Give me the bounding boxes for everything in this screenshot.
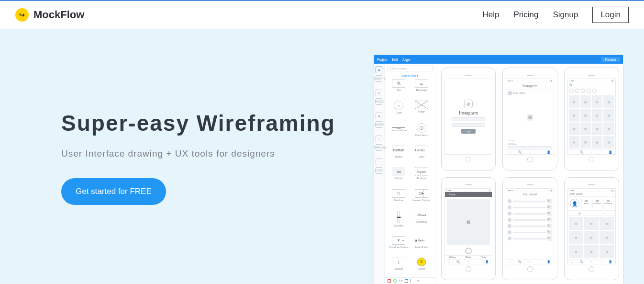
- element-radio-button[interactable]: ◉ RadioRadio Button: [411, 236, 432, 256]
- mock-phone-login[interactable]: ◎ Instagram Login: [441, 68, 496, 170]
- element-text[interactable]: TtText: [389, 79, 410, 99]
- nav-signup[interactable]: Signup: [553, 10, 578, 20]
- login-button[interactable]: Login: [592, 7, 629, 23]
- element-button[interactable]: ButtonButton: [389, 146, 410, 165]
- brand-logo[interactable]: ↪ MockFlow: [15, 8, 84, 22]
- profile-stats: 200posts 509followers 161following: [581, 199, 613, 208]
- rail-pages-label: PAGES: [376, 98, 382, 105]
- rail-store-label: STORE: [376, 167, 382, 174]
- rail-workflow-icon[interactable]: ◇: [376, 136, 382, 142]
- shape-text-icon[interactable]: T†: [399, 279, 402, 283]
- editor-canvas[interactable]: ◎ Instagram Login ●●: [436, 64, 623, 284]
- editor-siderail: ▦ ELEMENTS ▤ PAGES ▣ IMAGES ◇ WORKFLOW ⬚…: [374, 64, 385, 284]
- feed-user: JOHN LEWIS: [513, 92, 524, 94]
- element-bracket[interactable]: {Bracket: [389, 258, 410, 277]
- site-header: ↪ MockFlow Help Pricing Signup Login: [0, 1, 644, 29]
- rail-images-label: IMAGES: [376, 121, 382, 128]
- panel-footer: T† ↗: [385, 277, 436, 284]
- element-label[interactable]: Label...Label: [411, 146, 432, 165]
- rail-pages-icon[interactable]: ▤: [376, 90, 382, 96]
- brand-name: MockFlow: [33, 9, 84, 21]
- hero-section: Super-easy Wireframing User Interface dr…: [0, 29, 644, 284]
- element-scrollbar[interactable]: ▬ScrollBar: [389, 211, 410, 234]
- username-field[interactable]: [452, 117, 485, 121]
- instagram-icon: ◎: [464, 100, 473, 108]
- top-nav: Help Pricing Signup Login: [483, 7, 629, 23]
- elements-search[interactable]: Ctrl+A to Search: [387, 66, 434, 71]
- phone-home-button: [466, 157, 471, 162]
- shape-square-icon[interactable]: [388, 279, 391, 283]
- shape-circle-icon[interactable]: [393, 279, 397, 283]
- editor-toolbar: Project Edit Align Review: [374, 55, 623, 64]
- image-placeholder-icon: ▤: [527, 114, 533, 121]
- tb-edit[interactable]: Edit: [392, 58, 398, 61]
- element-horizontal-line[interactable]: —Horizontal Line: [389, 123, 410, 144]
- rail-workflow-label: WORKFLOW: [376, 144, 382, 151]
- nav-help[interactable]: Help: [483, 10, 500, 20]
- mock-phone-profile[interactable]: ●●●●▯ ▮ JOHN LEWIS⋯ 👤 200posts 509follow…: [564, 177, 619, 280]
- following-title: FOLLOWING: [506, 192, 554, 197]
- status-bar: ●●●●▯ ▮: [506, 79, 554, 82]
- shutter-icon[interactable]: [465, 248, 472, 254]
- mock-phone-explore[interactable]: ●●●●▯ ▮ 🔍 ▤▤▤▤ ▤▤▤▤ ▤▤▤▤ ▤▤▤▤ ⌂🔍＋♡👤: [564, 68, 619, 170]
- logo-mark-icon: ↪: [15, 8, 29, 22]
- element-banner[interactable]: AdBanner: [389, 167, 410, 187]
- element-rectangle[interactable]: ▭Rectangle: [411, 79, 432, 99]
- element-checkbox[interactable]: ☑ CheckCheckBox: [411, 211, 432, 234]
- elements-grid: TtText▭Rectangle○CircleImage—Horizontal …: [385, 79, 436, 277]
- phone-speaker: [465, 75, 472, 76]
- image-placeholder-icon: ▤: [465, 218, 472, 225]
- rail-elements-icon[interactable]: ▦: [376, 67, 382, 73]
- rail-elements-label: ELEMENTS: [376, 75, 382, 82]
- shape-line-icon[interactable]: [411, 279, 414, 283]
- element-image[interactable]: Image: [411, 101, 432, 121]
- mock-login-button[interactable]: Login: [461, 129, 476, 134]
- wireframe-editor: Project Edit Align Review ▦ ELEMENTS ▤ P…: [374, 55, 623, 284]
- hero-title: Super-easy Wireframing: [61, 110, 374, 136]
- mock-phone-photo[interactable]: ●●●●▯ ▮ ‹Photo ▤ GalleryPhotoVideo ⌂🔍＋♡👤: [441, 177, 496, 280]
- shape-arrow-icon[interactable]: ↗: [416, 279, 420, 283]
- element-callout[interactable]: ②Callout: [411, 258, 432, 277]
- instagram-logo-text: Instagram: [459, 110, 478, 115]
- rail-images-icon[interactable]: ▣: [376, 113, 382, 119]
- avatar-icon: 👤: [570, 199, 579, 208]
- shape-rect-icon[interactable]: [405, 279, 408, 283]
- mock-phone-following[interactable]: ●●●●▯ ▮ FOLLOWING ▤ ▤ ▤ ▤ ▤ ▤ ▤: [502, 177, 557, 280]
- mock-phone-feed[interactable]: ●●●●▯ ▮ Instagram JOHN LEWIS ▤ ♡ ○ ↗ ♥ 1…: [502, 68, 557, 170]
- tb-project[interactable]: Project: [377, 58, 388, 61]
- elements-panel: Ctrl+A to Search Select Pack ▾ TtText▭Re…: [385, 64, 436, 284]
- hero-illustration: Project Edit Align Review ▦ ELEMENTS ▤ P…: [374, 29, 644, 284]
- cta-button[interactable]: Get started for FREE: [61, 178, 166, 205]
- tb-align[interactable]: Align: [402, 58, 410, 61]
- element-circle[interactable]: ○Circle: [389, 101, 410, 121]
- search-placeholder: Ctrl+A to Search: [389, 67, 407, 70]
- element-textarea[interactable]: ▭TextArea: [389, 189, 410, 209]
- feed-title: Instagram: [506, 82, 554, 90]
- element-icon-library[interactable]: ⓘIcon Library: [411, 123, 432, 144]
- hero-copy: Super-easy Wireframing User Interface dr…: [0, 29, 374, 284]
- nav-pricing[interactable]: Pricing: [513, 10, 538, 20]
- element-textinput[interactable]: InputTextInput: [411, 167, 432, 187]
- hero-subtitle: User Interface drawing + UX tools for de…: [61, 148, 374, 159]
- tb-review[interactable]: Review: [601, 57, 620, 62]
- select-pack-link[interactable]: Select Pack ▾: [385, 74, 436, 77]
- element-numeric-spinner[interactable]: ◻▸Numeric Spinner: [411, 189, 432, 209]
- password-field[interactable]: [452, 123, 485, 127]
- element-dropdown-combo[interactable]: ▾Dropdown/Combo: [389, 236, 410, 256]
- tabbar: ⌂🔍＋♡👤: [506, 149, 554, 154]
- rail-store-icon[interactable]: ⬚: [376, 159, 382, 165]
- photo-bar: ‹Photo: [445, 192, 492, 197]
